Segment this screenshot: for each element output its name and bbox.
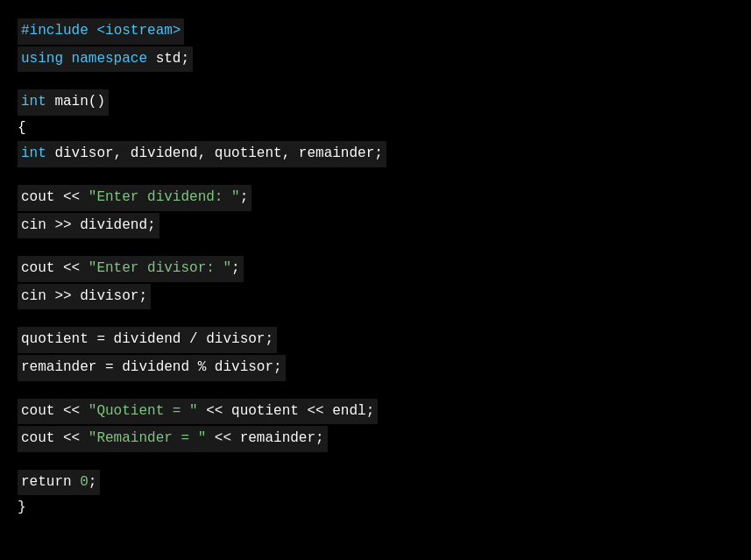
string-enter-divisor: "Enter divisor: " — [89, 260, 231, 276]
code-line-cout-dividend: cout << "Enter dividend: "; — [18, 184, 733, 212]
spacer-4 — [18, 310, 733, 326]
remainder-output: << remainder; — [206, 430, 323, 446]
cout-dividend-prefix: cout << — [21, 189, 89, 205]
spacer-2 — [18, 168, 733, 184]
cin-divisor: cin >> divisor; — [21, 288, 147, 304]
spacer-6 — [18, 453, 733, 469]
quotient-output: << quotient << endl; — [198, 403, 375, 419]
code-line-quotient-calc: quotient = dividend / divisor; — [18, 326, 733, 354]
keyword-include: #include — [21, 23, 96, 39]
string-quotient: "Quotient = " — [89, 403, 198, 419]
cout-remainder-prefix: cout << — [21, 430, 89, 446]
remainder-assign: remainder = dividend % divisor; — [21, 359, 282, 375]
cout-divisor-prefix: cout << — [21, 260, 89, 276]
brace-close: } — [18, 500, 26, 515]
code-line-using: using namespace std; — [18, 46, 733, 74]
spacer-1 — [18, 73, 733, 89]
spacer-5 — [18, 382, 733, 398]
semicolon-1: ; — [240, 189, 249, 205]
code-line-cout-divisor: cout << "Enter divisor: "; — [18, 255, 733, 283]
code-line-print-remainder: cout << "Remainder = " << remainder; — [18, 425, 733, 453]
keyword-using: using — [21, 51, 72, 67]
semicolon-2: ; — [231, 260, 240, 276]
code-line-print-quotient: cout << "Quotient = " << quotient << end… — [18, 398, 733, 426]
keyword-int-decl: int — [21, 145, 54, 161]
function-main: main() — [54, 94, 105, 110]
return-value: 0 — [80, 474, 89, 490]
string-remainder: "Remainder = " — [89, 430, 206, 446]
code-line-cin-dividend: cin >> dividend; — [18, 212, 733, 240]
cin-dividend: cin >> dividend; — [21, 217, 156, 233]
variables-decl: divisor, dividend, quotient, remainder; — [54, 145, 382, 161]
code-line-remainder-calc: remainder = dividend % divisor; — [18, 354, 733, 382]
keyword-namespace: namespace — [72, 51, 156, 67]
quotient-assign: quotient = dividend / divisor; — [21, 331, 273, 347]
code-line-cin-divisor: cin >> divisor; — [18, 283, 733, 311]
code-line-open-brace: { — [18, 117, 733, 141]
namespace-std: std; — [156, 51, 189, 67]
spacer-3 — [18, 239, 733, 255]
code-line-include: #include <iostream> — [18, 18, 733, 46]
brace-open: { — [18, 120, 26, 136]
code-line-close-brace: } — [18, 496, 733, 521]
string-enter-dividend: "Enter dividend: " — [89, 189, 240, 205]
code-line-declarations: int divisor, dividend, quotient, remaind… — [18, 140, 733, 168]
code-line-return: return 0; — [18, 469, 733, 497]
code-editor[interactable]: #include <iostream> using namespace std;… — [0, 9, 751, 551]
return-keyword: return — [21, 474, 80, 490]
code-line-main: int main() — [18, 89, 733, 117]
semicolon-return: ; — [89, 474, 97, 490]
cout-quotient-prefix: cout << — [21, 403, 89, 419]
header-iostream: <iostream> — [96, 23, 181, 39]
keyword-int-main: int — [21, 94, 54, 110]
